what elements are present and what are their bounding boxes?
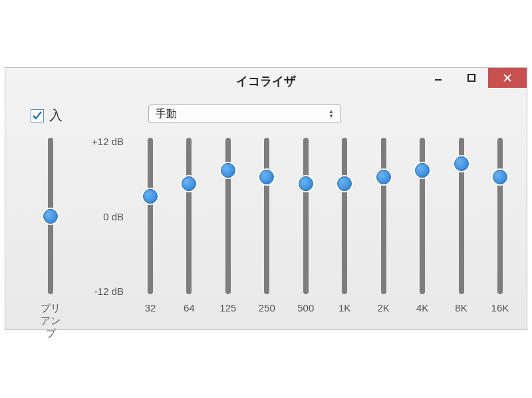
- eq-band-label: 8K: [448, 302, 475, 313]
- eq-band-label: 125: [215, 302, 241, 313]
- eq-band-1K: 1K: [331, 138, 358, 313]
- preset-selected-label: 手動: [156, 107, 177, 121]
- close-button[interactable]: [488, 68, 527, 88]
- eq-band-16K: 16K: [487, 138, 513, 313]
- select-caret-icon: ▲▼: [326, 108, 336, 120]
- eq-slider-4K[interactable]: [420, 138, 425, 294]
- maximize-icon: [467, 74, 475, 82]
- eq-slider-8K[interactable]: [459, 138, 464, 294]
- db-label-bot: -12 dB: [94, 286, 124, 297]
- eq-band-500: 500: [293, 138, 319, 313]
- eq-band-label: 500: [293, 302, 319, 313]
- maximize-button[interactable]: [455, 68, 488, 88]
- eq-slider-125[interactable]: [225, 138, 231, 294]
- eq-slider-32[interactable]: [148, 138, 153, 294]
- eq-band-4K: 4K: [409, 138, 436, 313]
- eq-band-label: 2K: [370, 302, 397, 313]
- preamp-slider[interactable]: [48, 138, 53, 294]
- title-bar: イコライザ: [5, 68, 527, 95]
- preamp-column: プリアンプ: [37, 138, 64, 340]
- preset-select[interactable]: 手動 ▲▼: [148, 104, 341, 123]
- equalizer-window: イコライザ 入 手動 ▲▼ +12: [5, 67, 527, 330]
- eq-slider-500[interactable]: [303, 138, 309, 294]
- sliders-area: +12 dB 0 dB -12 dB プリアンプ 32641252505001K…: [25, 138, 513, 317]
- eq-slider-thumb-500[interactable]: [299, 176, 313, 191]
- svg-rect-1: [468, 75, 475, 81]
- eq-band-label: 1K: [331, 302, 358, 313]
- minimize-icon: [434, 74, 442, 82]
- enable-checkbox[interactable]: 入: [31, 106, 63, 124]
- eq-band-32: 32: [137, 138, 164, 313]
- eq-slider-thumb-64[interactable]: [182, 176, 196, 191]
- eq-slider-1K[interactable]: [342, 138, 347, 294]
- eq-band-250: 250: [253, 138, 280, 313]
- preamp-slider-thumb[interactable]: [43, 209, 58, 224]
- db-scale-labels: +12 dB 0 dB -12 dB: [77, 138, 124, 294]
- eq-slider-thumb-250[interactable]: [259, 170, 274, 184]
- eq-slider-250[interactable]: [264, 138, 269, 294]
- eq-slider-thumb-1K[interactable]: [337, 176, 352, 191]
- minimize-button[interactable]: [422, 68, 455, 88]
- eq-slider-64[interactable]: [186, 138, 192, 294]
- db-label-mid: 0 dB: [103, 211, 124, 222]
- eq-slider-thumb-8K[interactable]: [454, 156, 469, 171]
- window-buttons: [422, 68, 527, 88]
- eq-band-label: 4K: [409, 302, 436, 313]
- eq-band-2K: 2K: [370, 138, 397, 313]
- eq-bands: 32641252505001K2K4K8K16K: [137, 138, 513, 313]
- eq-band-8K: 8K: [448, 138, 475, 313]
- eq-band-label: 64: [176, 302, 202, 313]
- enable-label: 入: [49, 106, 63, 124]
- eq-slider-thumb-125[interactable]: [221, 163, 235, 178]
- eq-band-64: 64: [176, 138, 202, 313]
- eq-slider-2K[interactable]: [381, 138, 386, 294]
- eq-slider-thumb-2K[interactable]: [376, 170, 391, 184]
- checkbox-box: [31, 109, 44, 122]
- eq-slider-16K[interactable]: [497, 138, 503, 294]
- db-label-top: +12 dB: [92, 136, 124, 147]
- eq-band-label: 16K: [487, 302, 513, 313]
- eq-band-125: 125: [215, 138, 241, 313]
- eq-slider-thumb-4K[interactable]: [415, 163, 430, 178]
- controls-row: 入 手動 ▲▼: [25, 104, 507, 127]
- eq-band-label: 32: [137, 302, 164, 313]
- eq-slider-thumb-16K[interactable]: [493, 170, 507, 184]
- check-icon: [32, 110, 43, 121]
- eq-slider-thumb-32[interactable]: [143, 189, 158, 204]
- close-icon: [503, 73, 512, 83]
- eq-band-label: 250: [253, 302, 280, 313]
- preamp-label: プリアンプ: [37, 302, 64, 340]
